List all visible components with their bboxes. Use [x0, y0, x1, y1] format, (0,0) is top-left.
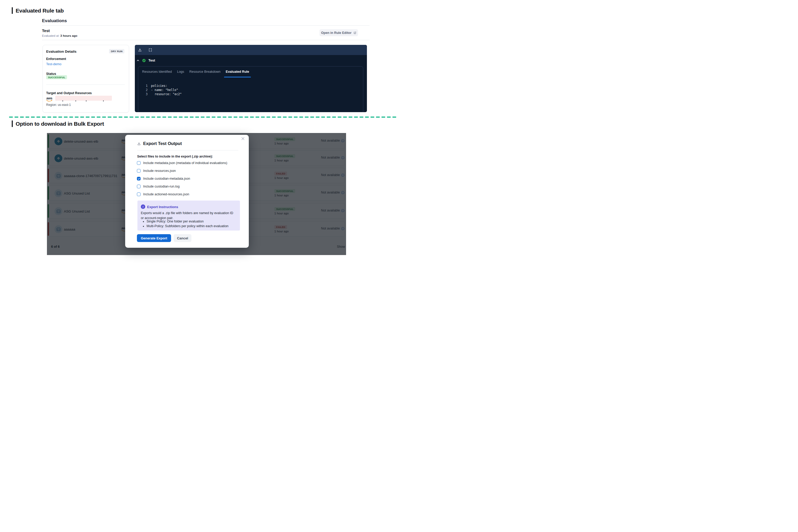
- enforcement-link[interactable]: Test-demo: [46, 62, 61, 66]
- evaluated-at-value: 3 hours ago: [60, 34, 77, 37]
- status-badge: SUCCESSFUL: [46, 75, 67, 79]
- instruction-bullet: Single Policy: One folder per evaluation: [147, 219, 228, 224]
- checkbox-row: Include metadata.json (metadata of indiv…: [137, 161, 227, 165]
- checkbox-row: Include custodian-metadata.json: [137, 177, 190, 180]
- tab-resources-identified[interactable]: Resources Identified: [142, 70, 172, 74]
- section-title-text: Option to download in Bulk Export: [16, 121, 104, 127]
- code-line: 3 resource: "ec2": [145, 92, 182, 96]
- tabs-row: Resources IdentifiedLogsResource Breakdo…: [142, 70, 249, 74]
- viewer-toolbar: [135, 45, 367, 55]
- aws-smile-icon: [46, 100, 52, 102]
- checkbox-label: Include metadata.json (metadata of indiv…: [143, 161, 227, 165]
- select-files-label: Select files to include in the export (.…: [137, 155, 213, 158]
- instruction-bullet: Multi-Policy: Subfolders per policy with…: [147, 224, 228, 229]
- section-divider: [9, 117, 396, 118]
- export-modal: Export Test Output Select files to inclu…: [125, 135, 249, 248]
- evaluated-at: Evaluated at: 3 hours ago: [42, 34, 77, 37]
- redaction-artifact: [86, 100, 87, 101]
- checkbox-label: Include resources.json: [143, 169, 176, 173]
- line-number: 3: [145, 92, 148, 96]
- title-bar-decoration: [12, 120, 13, 127]
- tab-evaluated-rule[interactable]: Evaluated Rule: [226, 70, 249, 74]
- line-text: policies:: [151, 84, 167, 88]
- evaluation-details-card: Evaluation Details DRY RUN Enforcement T…: [42, 45, 129, 113]
- redacted-target-name: [55, 96, 112, 101]
- code-editor: 1policies:2- name: "hello"3 resource: "e…: [145, 84, 182, 96]
- open-in-rule-editor-label: Open in Rule Editor: [321, 31, 352, 35]
- chevron-up-icon[interactable]: [136, 59, 139, 62]
- line-text: - name: "hello": [151, 88, 178, 92]
- code-line: 1policies:: [145, 84, 182, 88]
- aws-logo: aws: [46, 96, 52, 102]
- section-title-bulk-export: Option to download in Bulk Export: [12, 120, 104, 127]
- section-title-evaluated-rule: Evaluated Rule tab: [12, 7, 64, 14]
- checkbox-include-resources-json[interactable]: [137, 169, 140, 173]
- result-tabs-container: Resources IdentifiedLogsResource Breakdo…: [138, 66, 363, 112]
- instructions-title: Export Instructions: [147, 205, 178, 209]
- checkbox-label: Include actioned-resources.json: [143, 192, 189, 196]
- tab-resource-breakdown[interactable]: Resource Breakdown: [189, 70, 221, 74]
- checkbox-label: Include custodian-metadata.json: [143, 177, 190, 180]
- checkbox-row: Include resources.json: [137, 169, 176, 173]
- line-text: resource: "ec2": [151, 92, 182, 96]
- evaluation-name: Test: [42, 28, 50, 33]
- evaluation-result-viewer: Test Resources IdentifiedLogsResource Br…: [135, 45, 367, 112]
- check-circle-icon: [142, 59, 146, 62]
- code-line: 2- name: "hello": [145, 88, 182, 92]
- tab-logs[interactable]: Logs: [177, 70, 184, 74]
- target-resources-label: Target and Output Resources: [46, 91, 92, 95]
- modal-title: Export Test Output: [143, 141, 182, 146]
- divider: [46, 84, 125, 85]
- open-in-rule-editor-button[interactable]: Open in Rule Editor: [320, 29, 358, 36]
- section-title-text: Evaluated Rule tab: [16, 7, 64, 14]
- download-icon[interactable]: [138, 48, 142, 52]
- close-icon[interactable]: [241, 137, 245, 140]
- result-header-row: Test: [136, 58, 155, 62]
- export-instructions-box: i Export Instructions Exports would a .z…: [137, 201, 240, 230]
- modal-header: Export Test Output: [137, 141, 182, 146]
- download-icon: [137, 142, 141, 146]
- redaction-artifact: [75, 100, 76, 101]
- checkbox-include-metadata-json-metadata-of-individual-evaluations-[interactable]: [137, 161, 140, 165]
- result-name: Test: [148, 58, 155, 62]
- line-number: 2: [145, 88, 148, 92]
- external-link-icon: [353, 31, 357, 34]
- checkbox-include-actioned-resources-json[interactable]: [137, 192, 140, 196]
- checkbox-row: Include custodian-run.log: [137, 185, 180, 188]
- enforcement-label: Enforcement: [46, 57, 66, 61]
- target-resource-row: aws: [46, 96, 125, 102]
- evaluations-heading: Evaluations: [42, 18, 67, 23]
- dry-run-badge: DRY RUN: [109, 49, 125, 54]
- card-title: Evaluation Details: [46, 50, 76, 54]
- generate-export-button[interactable]: Generate Export: [137, 234, 171, 242]
- instructions-bullets: Single Policy: One folder per evaluation…: [141, 219, 228, 229]
- region-text: Region: us-east-1: [46, 103, 71, 107]
- checkbox-row: Include actioned-resources.json: [137, 192, 189, 196]
- redaction-artifact: [103, 100, 104, 101]
- evaluated-at-label: Evaluated at:: [42, 34, 59, 37]
- checkbox-include-custodian-run-log[interactable]: [137, 185, 140, 188]
- page: Evaluated Rule tab Evaluations Test Eval…: [0, 0, 399, 266]
- redaction-artifact: [62, 100, 63, 101]
- info-icon: i: [141, 205, 145, 209]
- checkbox-include-custodian-metadata-json[interactable]: [137, 177, 140, 180]
- checkbox-label: Include custodian-run.log: [143, 185, 180, 188]
- line-number: 1: [145, 84, 148, 88]
- cancel-button[interactable]: Cancel: [174, 234, 191, 242]
- fullscreen-icon[interactable]: [148, 48, 152, 52]
- title-bar-decoration: [12, 7, 13, 14]
